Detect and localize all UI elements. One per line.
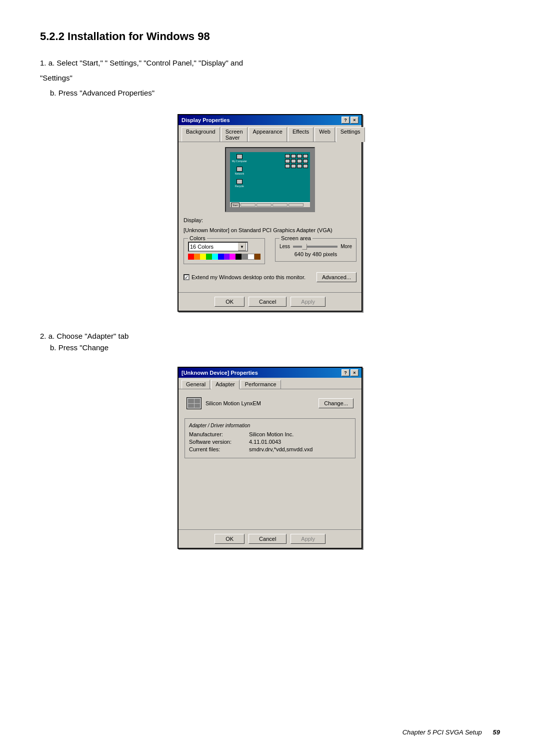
select-arrow-icon: ▼: [238, 243, 246, 251]
colors-groupbox: Colors 16 Colors ▼: [184, 238, 265, 264]
swatch-5: [212, 254, 218, 260]
swatch-9: [236, 254, 242, 260]
ok-button-2[interactable]: OK: [214, 534, 244, 544]
step1-line1b: "Settings": [40, 72, 500, 84]
files-row: Current files: smdrv.drv,*vdd,smvdd.vxd: [189, 446, 351, 452]
colors-select[interactable]: 16 Colors ▼: [188, 242, 248, 252]
taskbar-item-3: [272, 203, 288, 207]
tab-background[interactable]: Background: [182, 127, 220, 142]
tab-screensaver[interactable]: Screen Saver: [221, 127, 248, 142]
files-key: Current files:: [189, 446, 244, 452]
cancel-button-2[interactable]: Cancel: [248, 534, 286, 544]
display-info-value: [Unknown Monitor] on Standard PCI Graphi…: [184, 227, 356, 233]
grid-icon-11: [297, 164, 302, 168]
icon-label-1: My Computer: [232, 160, 247, 163]
titlebar-buttons: ? ×: [342, 117, 358, 124]
driver-info-group: Adapter / Driver information Manufacture…: [184, 418, 356, 458]
tab-adapter[interactable]: Adapter: [211, 380, 240, 389]
footer-chapter: Chapter 5 PCI SVGA Setup: [402, 728, 482, 736]
tab-performance[interactable]: Performance: [240, 380, 281, 389]
adapter-icon: [186, 397, 202, 409]
manufacturer-row: Manufacturer: Silicon Motion Inc.: [189, 431, 351, 437]
desktop-items-grid: [285, 154, 308, 168]
titlebar-buttons-2: ? ×: [342, 369, 358, 376]
color-bar: [188, 254, 260, 260]
step1-line1: 1. a. Select "Start," " Settings," "Cont…: [40, 57, 500, 69]
manufacturer-key: Manufacturer:: [189, 431, 244, 437]
apply-button-2[interactable]: Apply: [290, 534, 326, 544]
dialog1-title: Display Properties: [182, 117, 230, 123]
software-key: Software version:: [189, 439, 244, 445]
grid-icon-12: [303, 164, 308, 168]
grid-icon-10: [291, 164, 296, 168]
dialog1-footer: OK Cancel Apply: [178, 292, 362, 311]
swatch-8: [230, 254, 236, 260]
swatch-3: [200, 254, 206, 260]
swatch-7: [224, 254, 230, 260]
software-value: 4.11.01.0043: [249, 439, 281, 445]
slider-area: Less More: [280, 244, 352, 249]
close-button[interactable]: ×: [350, 117, 358, 124]
checkbox-label: Extend my Windows desktop onto this moni…: [192, 274, 314, 280]
advanced-button[interactable]: Advanced...: [316, 272, 356, 282]
taskbar-item-2: [256, 203, 272, 207]
swatch-2: [194, 254, 200, 260]
help-button[interactable]: ?: [342, 117, 350, 124]
dialog2-body: Silicon Motion LynxEM Change... Adapter …: [178, 389, 362, 529]
monitor-desktop: My Computer Network Recycle: [230, 152, 310, 207]
grid-icon-1: [285, 154, 290, 158]
step2-line2: b. Press "Change: [50, 343, 500, 352]
tab-effects[interactable]: Effects: [288, 127, 314, 142]
grid-icon-6: [291, 159, 296, 163]
tab-settings[interactable]: Settings: [336, 127, 365, 142]
page-content: 5.2.2 Installation for Windows 98 1. a. …: [0, 0, 540, 599]
tab-general[interactable]: General: [182, 380, 210, 389]
dialog2-titlebar: [Unknown Device] Properties ? ×: [178, 368, 362, 378]
device-properties-dialog: [Unknown Device] Properties ? × General …: [178, 367, 362, 549]
adapter-name: Silicon Motion LynxEM: [206, 400, 318, 406]
monitor-preview: My Computer Network Recycle: [225, 147, 315, 212]
taskbar-items: [240, 203, 304, 207]
screen-area-label: Screen area: [280, 235, 312, 241]
slider-thumb: [302, 244, 307, 250]
step2-line1: 2. a. Choose "Adapter" tab: [40, 332, 500, 340]
swatch-1: [188, 254, 194, 260]
taskbar-item-1: [240, 203, 256, 207]
cancel-button-1[interactable]: Cancel: [248, 297, 286, 307]
desktop-icon-3: Recycle: [232, 179, 247, 188]
adapter-cell-4: [194, 404, 200, 408]
adapter-cell-1: [188, 399, 194, 403]
screen-area-slider[interactable]: [293, 246, 338, 248]
adapter-cell-2: [194, 399, 200, 403]
display-info-label: Display:: [184, 217, 356, 223]
monitor-screen: My Computer Network Recycle: [230, 152, 310, 207]
close-button-2[interactable]: ×: [350, 369, 358, 376]
tab-appearance[interactable]: Appearance: [248, 127, 287, 142]
screen-area-groupbox: Screen area Less More 640 by 480 pixels: [275, 238, 356, 262]
help-button-2[interactable]: ?: [342, 369, 350, 376]
ok-button-1[interactable]: OK: [214, 297, 244, 307]
dialog1-tabs: Background Screen Saver Appearance Effec…: [178, 125, 362, 142]
checkbox-row: ✓ Extend my Windows desktop onto this mo…: [184, 272, 356, 282]
extend-desktop-checkbox[interactable]: ✓: [184, 274, 190, 280]
step1-line2: b. Press "Advanced Properties": [50, 87, 500, 99]
manufacturer-value: Silicon Motion Inc.: [249, 431, 294, 437]
dialog1-body: My Computer Network Recycle: [178, 142, 362, 292]
icon-label-3: Recycle: [235, 185, 244, 188]
driver-info-label: Adapter / Driver information: [189, 423, 351, 428]
software-row: Software version: 4.11.01.0043: [189, 439, 351, 445]
swatch-4: [206, 254, 212, 260]
desktop-icons: My Computer Network Recycle: [232, 154, 247, 188]
pixel-info: 640 by 480 pixels: [280, 251, 352, 257]
desktop-icon-1: My Computer: [232, 154, 247, 163]
dialog2-tabs: General Adapter Performance: [178, 378, 362, 389]
grid-icon-8: [303, 159, 308, 163]
display-properties-dialog: Display Properties ? × Background Screen…: [178, 114, 362, 312]
apply-button-1[interactable]: Apply: [290, 297, 326, 307]
dialog2-title: [Unknown Device] Properties: [182, 370, 258, 376]
grid-icon-4: [303, 154, 308, 158]
start-button-mini: Start: [231, 203, 240, 208]
change-button[interactable]: Change...: [318, 398, 354, 408]
grid-icon-5: [285, 159, 290, 163]
tab-web[interactable]: Web: [314, 127, 334, 142]
